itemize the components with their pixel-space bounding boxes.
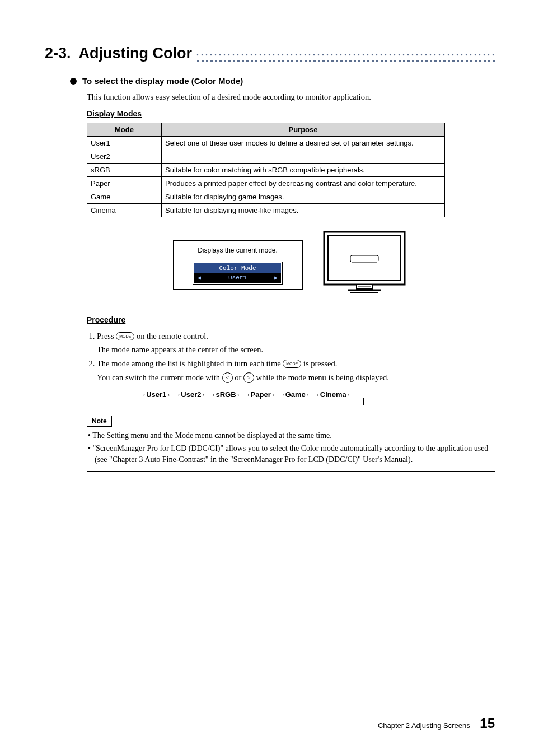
callout-label: Displays the current mode. bbox=[174, 246, 302, 254]
cycle-loop-line bbox=[129, 398, 364, 405]
section-content: To select the display mode (Color Mode) … bbox=[45, 76, 495, 472]
section-title-text: Adjusting Color bbox=[79, 45, 192, 62]
table-header-purpose: Purpose bbox=[162, 123, 445, 136]
table-row: Game Suitable for displaying game images… bbox=[87, 190, 445, 203]
table-row: sRGB Suitable for color matching with sR… bbox=[87, 163, 445, 176]
mode-cycle-text: →User1←→User2←→sRGB←→Paper←→Game←→Cinema… bbox=[139, 390, 354, 399]
subsection-body: This function allows easy selection of a… bbox=[70, 91, 495, 472]
triangle-right-icon: ▶ bbox=[274, 274, 278, 281]
note-heading: Note bbox=[87, 416, 112, 427]
mode-cell: User2 bbox=[87, 150, 162, 163]
step-subtext-part: You can switch the current mode with bbox=[97, 373, 222, 382]
osd-value: User1 bbox=[228, 274, 247, 281]
note-block: Note The Setting menu and the Mode menu … bbox=[87, 416, 495, 472]
section-heading-row: 2-3. Adjusting Color bbox=[45, 45, 495, 62]
procedure-heading: Procedure bbox=[87, 315, 495, 324]
mode-cell: Paper bbox=[87, 176, 162, 190]
table-row: Paper Produces a printed paper effect by… bbox=[87, 176, 445, 190]
subsection-heading: To select the display mode (Color Mode) bbox=[82, 76, 243, 86]
mode-cell: Game bbox=[87, 190, 162, 203]
triangle-left-icon: ◀ bbox=[198, 274, 201, 281]
procedure-step: Press MODE on the remote control. The mo… bbox=[97, 329, 495, 356]
subsection-heading-row: To select the display mode (Color Mode) bbox=[70, 76, 495, 86]
page-footer: Chapter 2 Adjusting Screens 15 bbox=[378, 716, 495, 731]
figure-row: Displays the current mode. Color Mode ◀ … bbox=[87, 228, 495, 301]
step-subtext-part: or bbox=[235, 373, 243, 382]
purpose-cell: Suitable for color matching with sRGB co… bbox=[162, 163, 445, 176]
callout-box: Displays the current mode. Color Mode ◀ … bbox=[173, 240, 303, 290]
footer-chapter: Chapter 2 Adjusting Screens bbox=[378, 721, 470, 730]
osd-body: ◀ User1 ▶ bbox=[194, 273, 281, 283]
document-page: 2-3. Adjusting Color To select the displ… bbox=[0, 0, 534, 756]
table-header-mode: Mode bbox=[87, 123, 162, 136]
display-modes-table: Mode Purpose User1 Select one of these u… bbox=[87, 123, 445, 217]
step-text: Press bbox=[97, 332, 116, 340]
mode-cell: Cinema bbox=[87, 203, 162, 217]
purpose-cell: Suitable for displaying movie-like image… bbox=[162, 203, 445, 217]
step-subtext: The mode name appears at the center of t… bbox=[97, 344, 495, 356]
purpose-cell: Select one of these user modes to define… bbox=[162, 136, 445, 163]
note-list: The Setting menu and the Mode menu canno… bbox=[87, 430, 495, 465]
step-text: on the remote control. bbox=[137, 332, 208, 340]
table-row: Cinema Suitable for displaying movie-lik… bbox=[87, 203, 445, 217]
right-button-icon: > bbox=[243, 372, 254, 383]
left-button-icon: < bbox=[222, 372, 233, 383]
table-row: User1 Select one of these user modes to … bbox=[87, 136, 445, 150]
note-item: The Setting menu and the Mode menu canno… bbox=[88, 430, 495, 441]
section-heading: 2-3. Adjusting Color bbox=[45, 45, 195, 62]
display-modes-heading: Display Modes bbox=[87, 109, 495, 118]
procedure-step: The mode among the list is highlighted i… bbox=[97, 356, 495, 384]
bullet-icon bbox=[70, 78, 77, 85]
purpose-cell: Suitable for displaying game images. bbox=[162, 190, 445, 203]
purpose-cell: Produces a printed paper effect by decre… bbox=[162, 176, 445, 190]
section-number: 2-3. bbox=[45, 45, 71, 62]
mode-button-icon: MODE bbox=[283, 360, 301, 368]
mode-cell: User1 bbox=[87, 136, 162, 150]
step-text: The mode among the list is highlighted i… bbox=[97, 359, 283, 368]
monitor-icon bbox=[320, 228, 409, 301]
note-item: "ScreenManager Pro for LCD (DDC/CI)" all… bbox=[88, 443, 495, 466]
svg-rect-2 bbox=[350, 255, 378, 262]
osd-preview: Color Mode ◀ User1 ▶ bbox=[193, 262, 282, 284]
footer-rule bbox=[45, 710, 495, 710]
heading-dotted-rule bbox=[195, 54, 495, 56]
mode-cell: sRGB bbox=[87, 163, 162, 176]
step-subtext-part: while the mode menu is being displayed. bbox=[256, 373, 389, 382]
step-subtext: You can switch the current mode with < o… bbox=[97, 372, 495, 384]
procedure-list: Press MODE on the remote control. The mo… bbox=[87, 329, 495, 384]
osd-title: Color Mode bbox=[194, 263, 281, 273]
step-text: is pressed. bbox=[303, 359, 337, 368]
mode-cycle-diagram: →User1←→User2←→sRGB←→Paper←→Game←→Cinema… bbox=[129, 389, 364, 400]
footer-page-number: 15 bbox=[480, 716, 495, 731]
mode-button-icon: MODE bbox=[116, 332, 134, 340]
intro-text: This function allows easy selection of a… bbox=[87, 91, 495, 104]
